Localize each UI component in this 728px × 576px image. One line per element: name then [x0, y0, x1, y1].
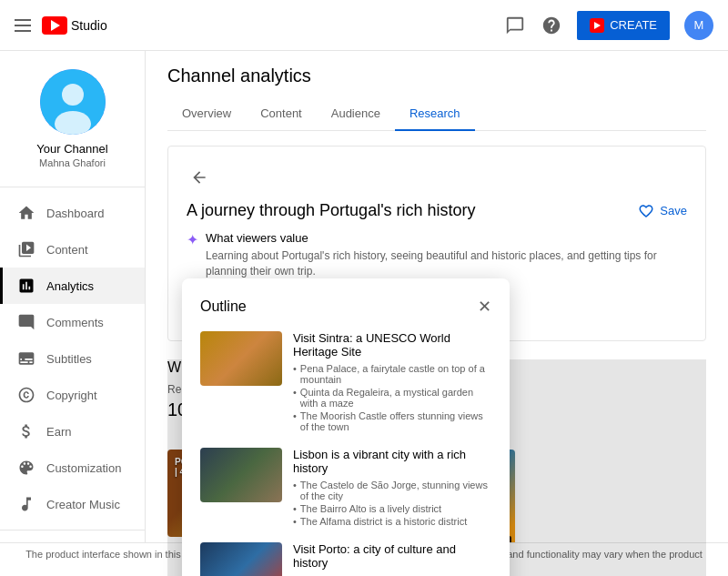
customization-icon [17, 459, 35, 477]
back-button[interactable] [187, 165, 212, 190]
analytics-tabs: Overview Content Audience Research [167, 97, 706, 131]
research-title-text: A journey through Portugal's rich histor… [187, 201, 476, 220]
outline-section-lisbon: Lisbon is a vibrant city with a rich his… [200, 448, 491, 528]
tab-research[interactable]: Research [395, 97, 475, 131]
subtitles-icon [17, 349, 35, 368]
sidebar-item-customization[interactable]: Customization [0, 450, 145, 486]
sidebar-item-creator-music[interactable]: Creator Music [0, 486, 145, 522]
dashboard-icon [17, 204, 35, 222]
outline-section-item-1-1: Pena Palace, a fairytale castle on top o… [293, 362, 491, 386]
tab-audience[interactable]: Audience [317, 97, 395, 131]
outline-section-item-1-2: Quinta da Regaleira, a mystical garden w… [293, 386, 491, 409]
youtube-icon [42, 16, 67, 35]
page-title: Channel analytics [167, 51, 706, 97]
outline-section-img-lisbon [200, 448, 282, 502]
outline-section-title-lisbon: Lisbon is a vibrant city with a rich his… [293, 448, 491, 475]
header: Studio CREATE M [0, 0, 728, 51]
outline-dialog-header: Outline ✕ [200, 297, 491, 317]
header-left: Studio [15, 16, 107, 35]
youtube-studio-logo: Studio [42, 16, 107, 35]
messages-icon[interactable] [504, 15, 526, 36]
outline-section-title-sintra: Visit Sintra: a UNESCO World Heritage Si… [293, 331, 491, 359]
tab-overview[interactable]: Overview [167, 97, 246, 131]
comments-icon [17, 313, 35, 331]
channel-avatar[interactable] [40, 69, 106, 135]
tab-content[interactable]: Content [246, 97, 317, 131]
main-content: Channel analytics Overview Content Audie… [146, 51, 728, 576]
sidebar: Your Channel Mahna Ghafori Dashboard Con… [0, 51, 146, 576]
sidebar-item-earn[interactable]: Earn [0, 413, 145, 450]
outline-section-item-1-3: The Moorish Castle offers stunning views… [293, 409, 491, 433]
outline-section-item-2-2: The Bairro Alto is a lively district [293, 502, 491, 515]
outline-dialog-title: Outline [200, 298, 247, 315]
sidebar-item-subtitles[interactable]: Subtitles [0, 340, 145, 377]
outline-section-porto: Visit Porto: a city of culture and histo… [200, 542, 491, 576]
magic-icon: ✦ [187, 231, 198, 248]
outline-section-img-porto [200, 542, 282, 576]
create-button-icon [590, 18, 604, 33]
outline-section-item-2-3: The Alfama district is a historic distri… [293, 515, 491, 528]
save-button[interactable]: Save [638, 203, 687, 219]
channel-info: Your Channel Mahna Ghafori [0, 51, 145, 187]
analytics-icon [17, 277, 35, 295]
channel-name: Your Channel [15, 142, 130, 156]
menu-button[interactable] [15, 19, 31, 32]
content-icon [17, 240, 35, 258]
sidebar-item-analytics[interactable]: Analytics [0, 268, 145, 304]
outline-section-sintra: Visit Sintra: a UNESCO World Heritage Si… [200, 331, 491, 433]
outline-section-img-sintra [200, 331, 282, 386]
what-viewers-title: What viewers value [206, 231, 687, 245]
sidebar-nav: Dashboard Content Analytics Comments Sub… [0, 187, 145, 576]
what-viewers-content: What viewers value Learning about Portug… [206, 231, 687, 279]
create-button[interactable]: CREATE [577, 11, 670, 40]
sidebar-item-copyright[interactable]: Copyright [0, 377, 145, 413]
help-icon[interactable] [541, 15, 562, 36]
outline-section-title-porto: Visit Porto: a city of culture and histo… [293, 542, 491, 570]
what-viewers-section: ✦ What viewers value Learning about Port… [187, 231, 687, 279]
header-right: CREATE M [504, 11, 713, 40]
outline-section-item-2-1: The Castelo de São Jorge, stunning views… [293, 479, 491, 502]
sidebar-item-content[interactable]: Content [0, 231, 145, 268]
sidebar-item-dashboard[interactable]: Dashboard [0, 195, 145, 231]
earn-icon [17, 422, 35, 440]
outline-dialog: Outline ✕ Visit Sintra: a UNESCO World H… [182, 278, 510, 576]
svg-point-1 [62, 84, 84, 106]
channel-handle: Mahna Ghafori [15, 157, 130, 168]
research-title-row: A journey through Portugal's rich histor… [187, 201, 687, 220]
copyright-icon [17, 386, 35, 404]
user-avatar[interactable]: M [684, 11, 713, 40]
music-icon [17, 495, 35, 513]
what-viewers-desc: Learning about Portugal's rich history, … [206, 248, 687, 279]
studio-label: Studio [71, 18, 107, 33]
outline-close-button[interactable]: ✕ [478, 297, 491, 317]
sidebar-item-comments[interactable]: Comments [0, 304, 145, 340]
